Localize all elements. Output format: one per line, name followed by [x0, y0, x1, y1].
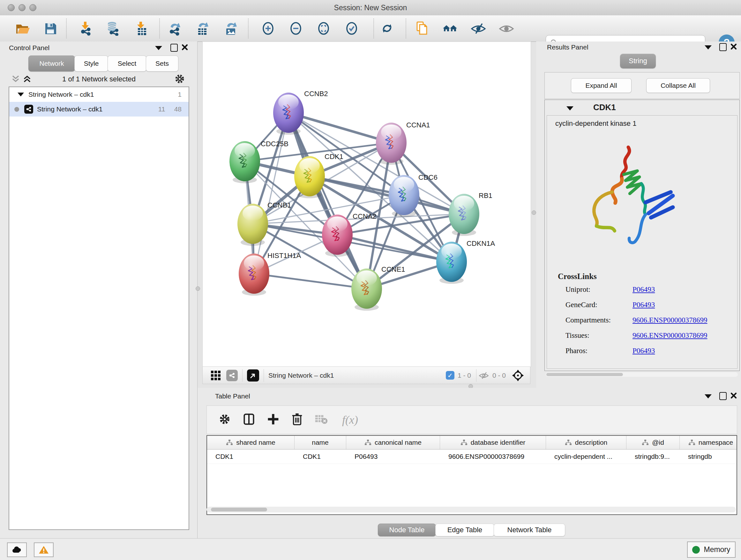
results-panel-close-icon[interactable] [730, 43, 737, 50]
tab-string[interactable]: String [620, 54, 656, 68]
tab-select[interactable]: Select [108, 56, 146, 71]
node-label: CDKN1A [467, 240, 495, 247]
table-cell[interactable]: stringdb:9... [626, 449, 680, 463]
import-network-database-icon[interactable] [105, 20, 122, 37]
grid-view-icon[interactable] [211, 371, 220, 380]
network-node-CCNB2[interactable]: CCNB2 [273, 90, 328, 135]
table-cell[interactable]: CDK1 [294, 449, 346, 463]
memory-button[interactable]: Memory [687, 542, 736, 558]
table-cell[interactable]: stringdb [680, 449, 737, 463]
column-header-shared-name[interactable]: shared name [207, 436, 294, 449]
results-panel-menu-icon[interactable] [704, 45, 712, 50]
column-header-canonical-name[interactable]: canonical name [346, 436, 440, 449]
import-table-file-icon[interactable] [133, 20, 150, 37]
right-splitter-handle[interactable] [532, 210, 536, 215]
show-graphics-details-icon[interactable] [498, 20, 515, 37]
crosslink-link[interactable]: P06493 [632, 347, 655, 355]
birds-eye-view-icon[interactable] [512, 369, 524, 382]
crosslink-link[interactable]: P06493 [632, 301, 655, 309]
network-edge[interactable] [288, 113, 367, 289]
selected-checkbox-icon[interactable]: ✓ [446, 371, 455, 380]
network-edge[interactable] [254, 273, 367, 289]
tab-node-table[interactable]: Node Table [378, 523, 436, 537]
results-panel-float-icon[interactable] [719, 43, 727, 51]
network-node-RB1[interactable]: RB1 [449, 192, 492, 236]
tab-network[interactable]: Network [28, 56, 75, 71]
column-header-database-identifier[interactable]: database identifier [440, 436, 546, 449]
network-view-toolbar: String Network – cdk1 ✓ 1 - 0 0 - 0 [202, 367, 530, 384]
delete-column-icon[interactable] [291, 413, 303, 427]
control-panel-menu-icon[interactable] [155, 46, 162, 50]
network-options-gear-icon[interactable] [174, 73, 185, 84]
table-cell[interactable]: 9606.ENSP00000378699 [440, 449, 546, 463]
control-panel-float-icon[interactable] [171, 44, 178, 52]
collection-expand-icon[interactable] [17, 92, 24, 97]
zoom-out-icon[interactable] [287, 20, 305, 37]
show-columns-icon[interactable] [243, 413, 255, 427]
houses-icon[interactable] [442, 20, 459, 37]
export-image-icon[interactable] [222, 20, 240, 37]
export-table-icon[interactable] [194, 20, 211, 37]
network-node-HIST1H1A[interactable]: HIST1H1A [239, 252, 301, 296]
table-hscrollbar[interactable] [206, 507, 736, 512]
selected-count-badge: 1 - 0 [458, 372, 471, 379]
cloud-button[interactable] [7, 543, 27, 557]
network-node-CDC6[interactable]: CDC6 [389, 173, 437, 217]
tab-style[interactable]: Style [74, 56, 108, 71]
hide-graphics-details-icon[interactable] [470, 20, 487, 37]
node-label: CCNE1 [381, 265, 405, 273]
column-header-name[interactable]: name [294, 436, 346, 449]
control-panel-close-icon[interactable] [181, 44, 188, 51]
network-edge[interactable] [254, 113, 288, 273]
column-header-namespace[interactable]: namespace [680, 436, 737, 449]
network-node-CCNA1[interactable]: CCNA1 [376, 121, 430, 165]
warnings-button[interactable] [34, 543, 54, 557]
collapse-all-chevron-icon[interactable] [11, 75, 20, 83]
zoom-in-icon[interactable] [259, 20, 277, 37]
tab-network-table[interactable]: Network Table [494, 523, 565, 537]
fit-content-icon[interactable] [315, 20, 332, 37]
table-cell[interactable]: P06493 [346, 449, 440, 463]
toolbar-separator [159, 18, 160, 38]
open-in-window-icon[interactable] [247, 369, 259, 381]
results-hscrollbar[interactable] [546, 372, 738, 377]
tab-edge-table[interactable]: Edge Table [435, 523, 494, 537]
network-edge[interactable] [288, 113, 391, 143]
table-panel-float-icon[interactable] [719, 392, 727, 400]
tab-sets[interactable]: Sets [146, 56, 179, 71]
crosslink-link[interactable]: 9606.ENSP00000378699 [632, 316, 708, 324]
left-splitter-handle[interactable] [196, 287, 200, 291]
table-options-gear-icon[interactable] [218, 413, 231, 427]
zoom-selected-icon[interactable] [343, 20, 360, 37]
table-cell[interactable]: cyclin-dependent ... [546, 449, 626, 463]
create-column-icon[interactable] [267, 413, 280, 427]
column-header-description[interactable]: description [546, 436, 626, 449]
export-network-icon[interactable] [166, 20, 184, 37]
gene-collapse-icon[interactable] [566, 106, 574, 111]
collapse-all-button[interactable]: Collapse All [646, 78, 710, 93]
expand-all-chevron-icon[interactable] [23, 75, 31, 83]
node-table[interactable]: shared namenamecanonical namedatabase id… [206, 435, 737, 515]
network-share-toggle-icon[interactable] [226, 370, 238, 381]
network-node-CDKN1A[interactable]: CDKN1A [436, 240, 495, 284]
table-cell[interactable]: CDK1 [207, 449, 294, 463]
import-network-file-icon[interactable] [77, 20, 95, 37]
expand-all-button[interactable]: Expand All [571, 78, 631, 93]
column-header--id[interactable]: @id [626, 436, 680, 449]
table-panel-close-icon[interactable] [730, 392, 737, 399]
crosslink-link[interactable]: P06493 [632, 286, 655, 294]
table-panel-menu-icon[interactable] [704, 394, 712, 398]
results-hscrollbar-thumb[interactable] [546, 373, 623, 376]
hidden-eye-icon[interactable] [478, 371, 489, 380]
table-row[interactable]: CDK1CDK1P064939606.ENSP00000378699cyclin… [207, 449, 737, 464]
network-collection-row[interactable]: String Network – cdk1 1 [9, 87, 189, 102]
save-session-icon[interactable] [42, 20, 59, 37]
open-session-icon[interactable] [14, 20, 31, 37]
network-node-CCNE1[interactable]: CCNE1 [351, 265, 405, 311]
crosslink-link[interactable]: 9606.ENSP00000378699 [632, 331, 708, 340]
network-canvas[interactable]: CCNB2CCNA1CDC25BCDK1CDC6RB1CCNB1CCNA2CDK… [202, 42, 531, 367]
documents-icon[interactable] [414, 20, 431, 37]
network-row-selected[interactable]: String Network – cdk1 11 48 [9, 102, 189, 117]
table-hscrollbar-thumb[interactable] [211, 508, 267, 511]
refresh-view-icon[interactable] [379, 20, 396, 37]
